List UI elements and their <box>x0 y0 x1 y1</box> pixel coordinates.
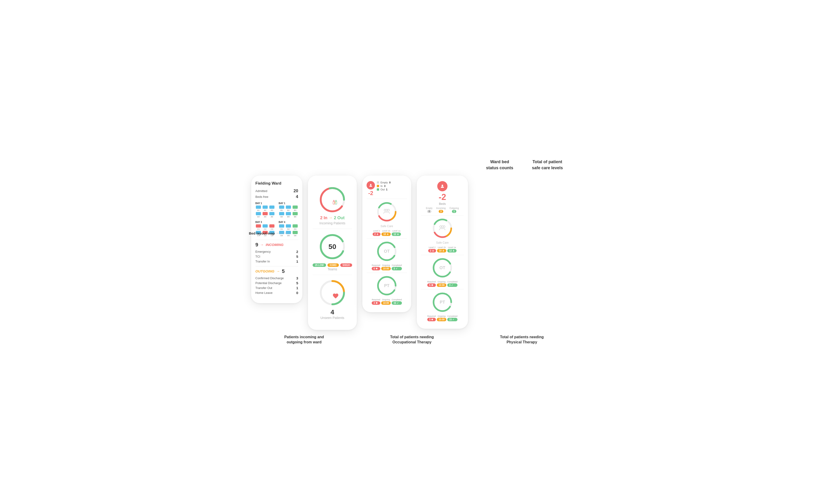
bay4-label: BAY 4 <box>279 221 298 223</box>
p4-ot-required-badge: 5 ✱ <box>427 283 436 287</box>
p3-ot-badges: Required 6 ✱ Ongoing 10:00 Completed <box>372 264 402 270</box>
p4-incoming-value: 3 <box>440 210 442 213</box>
p4-ot-ongoing-label: Ongoing <box>437 281 447 283</box>
unseen-circle: 4 Unseen Patients <box>313 279 352 320</box>
p3-ot-required-badge: 6 ✱ <box>372 267 380 270</box>
bay1-right: BAY 1 B1 B2 B3 B4 B5 B6 <box>279 202 298 219</box>
phone1-fielding-ward: Fielding Ward Admitted 20 Beds free 4 BA… <box>251 176 302 303</box>
p4-pt-label: PT <box>440 300 445 304</box>
p4-level1a-value: 12 <box>449 249 452 252</box>
main-container: Ward bed status counts Total of patient … <box>251 159 577 345</box>
p4-level2-group: Level 2 2 <box>428 246 436 253</box>
svg-point-36 <box>453 250 454 250</box>
emergency-label: Emergency <box>255 250 271 254</box>
confirmed-discharge-value: 3 <box>296 276 298 280</box>
bed-b5: B5 <box>285 212 291 218</box>
p4-beds-label: Beds <box>421 202 464 205</box>
p3-ot-ongoing-group: Ongoing 10:00 <box>381 264 391 270</box>
p3-in-item: In 3 <box>377 185 407 187</box>
p4-sub-row: Empty 0 Incoming 3 Outgoing <box>421 207 464 213</box>
io-nums: 2 In → 2 Out <box>320 216 344 220</box>
bay-section-1-2: BAY 1 A1 A2 A3 A4 A5 A6 BAY 1 B1 B2 <box>255 202 298 219</box>
p4-pt-required-group: Required 3 ✱ <box>427 315 436 321</box>
p3-pt-ongoing-badge: 10:00 <box>381 301 391 305</box>
top-labels: Ward bed status counts Total of patient … <box>251 159 577 171</box>
p4-pt-ongoing-label: Ongoing <box>437 315 447 317</box>
p4-ot-required-value: 5 <box>429 284 430 286</box>
incoming-outgoing-annotation: Patients incoming and outgoing from ward <box>284 334 324 345</box>
p4-ot-ongoing-group: Ongoing 10:00 <box>437 281 447 287</box>
p3-in-value: 3 <box>384 185 385 187</box>
p3-safe-care-circle <box>376 201 397 222</box>
p3-pt-circle: PT <box>376 275 397 296</box>
p3-level1b-value: 10 <box>383 233 386 235</box>
p3-empty-item: Empty 0 <box>377 181 407 184</box>
phone3-ward-counts: -2 Empty 0 In 3 Out <box>362 176 411 312</box>
p4-empty-value: 0 <box>429 210 430 213</box>
incoming-title: INCOMING <box>265 243 284 247</box>
p3-out-item: Out 1 <box>377 188 407 191</box>
unseen-num: 4 <box>331 309 334 316</box>
p4-empty-item: Empty 0 <box>426 207 432 213</box>
p3-ot-ongoing-label: Ongoing <box>381 264 391 266</box>
bed-b2: B2 <box>285 205 291 211</box>
p4-level2-badge: 2 <box>428 249 436 253</box>
p3-top: -2 Empty 0 In 3 Out <box>367 181 407 196</box>
p3-empty-label: Empty <box>380 181 388 184</box>
svg-point-26 <box>442 185 443 186</box>
p4-level1a-label: Level 1a <box>447 246 457 248</box>
svg-point-20 <box>387 233 388 234</box>
p3-pt-completed-group: Completed 15 ✓ <box>392 299 402 305</box>
p4-empty-label: Empty <box>426 207 432 210</box>
teams-circle-wrap: 50 <box>319 233 346 261</box>
p4-ot-completed-group: Completed 3 ✓ <box>447 281 457 287</box>
bed-a3: A3 <box>269 205 275 211</box>
p3-ot-completed-label: Completed <box>392 264 402 266</box>
transfer-in-row: Transfer In 1 <box>255 259 298 264</box>
p3-level1a-group: Level 1a 12 <box>392 230 401 236</box>
incoming-outgoing-circle: 2 In → 2 Out Incoming Patients <box>313 186 352 225</box>
tag-mid: 01MID <box>328 263 339 267</box>
unseen-circle-wrap <box>319 279 346 307</box>
p4-level1b-label: Level 1b <box>437 246 446 248</box>
io-circle-wrap <box>319 186 346 214</box>
p4-pt-completed-label: Completed <box>447 315 457 317</box>
bay1-left-label: BAY 1 <box>255 202 275 204</box>
bed-c1: C1 <box>255 224 261 230</box>
bed-d6: D6 <box>292 231 298 237</box>
p4-pt-required-value: 3 <box>429 318 430 321</box>
tci-label: TCI <box>255 255 260 258</box>
p4-ot-label: OT <box>440 265 445 270</box>
tag-low: 25 LOW <box>313 263 326 267</box>
p4-ot-completed-label: Completed <box>447 281 457 283</box>
p3-minus2: -2 <box>368 190 373 196</box>
bed-a4: A4 <box>255 212 261 218</box>
unseen-label: Unseen Patients <box>321 316 344 320</box>
p4-ot-center: OT <box>440 265 445 270</box>
in-num: 2 In <box>320 216 327 220</box>
bed-b1: B1 <box>279 205 285 211</box>
p3-ot: OT Required 6 ✱ Ongoing 10:00 <box>367 241 407 270</box>
bed-d3: D3 <box>292 224 298 230</box>
beds-free-row: Beds free 4 <box>255 194 298 200</box>
p4-level1a-badge: 12 <box>447 249 457 253</box>
p4-ot-required-label: Required <box>427 281 436 283</box>
p4-ot-badges: Required 5 ✱ Ongoing 10:00 Completed <box>427 281 457 287</box>
p3-safe-care-center <box>383 209 390 215</box>
p4-person-icon <box>437 181 448 191</box>
bay1-left: BAY 1 A1 A2 A3 A4 A5 A6 <box>255 202 275 219</box>
p3-level2-value: 2 <box>374 233 376 235</box>
p3-pt-completed-badge: 15 ✓ <box>392 301 402 305</box>
outgoing-section: OUTGOING → 5 Confirmed Discharge 3 Poten… <box>255 266 298 295</box>
p3-empty-dot <box>377 181 379 184</box>
bed-b6: B6 <box>292 212 298 218</box>
p4-pt-circle: PT <box>432 292 453 313</box>
p3-pt-label: PT <box>384 283 389 288</box>
p3-out-label: Out <box>380 188 385 191</box>
bed-a5: A5 <box>262 212 268 218</box>
p3-status-list: Empty 0 In 3 Out 1 <box>377 181 407 191</box>
p3-level1b-badge: 10 <box>381 232 391 236</box>
p4-ot-circle: OT <box>432 257 453 278</box>
ot-annotation: Total of patients needing Occupational T… <box>390 334 434 345</box>
emergency-row: Emergency 2 <box>255 249 298 254</box>
